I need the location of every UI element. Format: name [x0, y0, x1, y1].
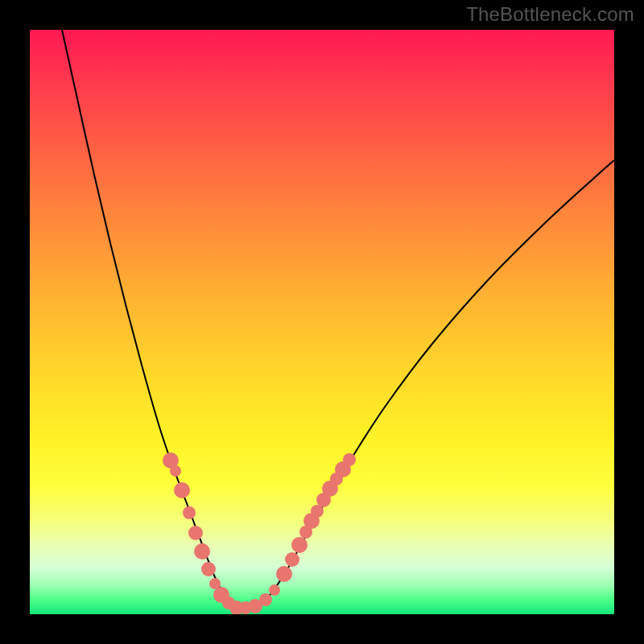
bottleneck-curve [62, 30, 614, 609]
curve-svg [30, 30, 614, 614]
marker-dot [259, 593, 272, 606]
marker-dot [183, 506, 196, 519]
marker-dot [343, 453, 356, 466]
marker-dot [276, 566, 292, 582]
marker-dot [194, 543, 210, 559]
marker-dot [170, 465, 181, 477]
marker-dot [291, 537, 308, 553]
chart-container: TheBottleneck.com [0, 0, 644, 644]
marker-dot [285, 552, 299, 567]
marker-dot [174, 482, 190, 498]
marker-dot [269, 584, 280, 596]
plot-area [30, 30, 614, 614]
watermark-text: TheBottleneck.com [466, 3, 634, 26]
marker-dot [201, 562, 216, 576]
highlight-markers [163, 452, 356, 614]
marker-dot [188, 526, 203, 540]
